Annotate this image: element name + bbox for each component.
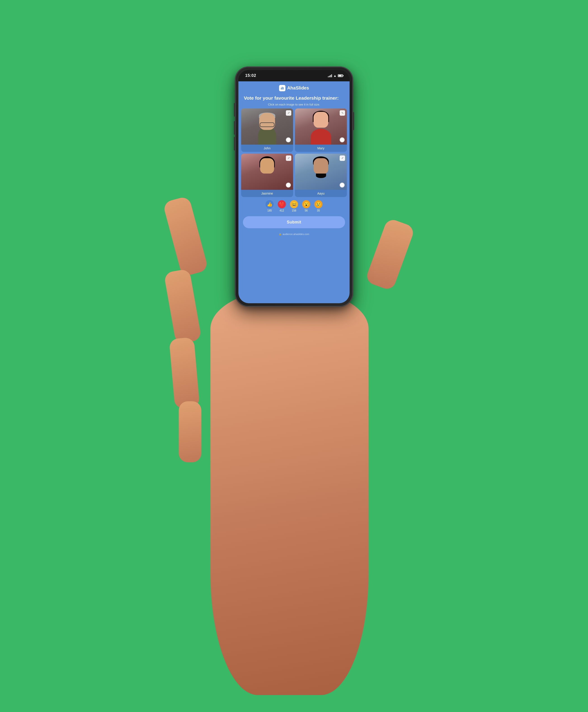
expand-john-icon[interactable]: ⤢ bbox=[286, 110, 291, 116]
expand-aayu-icon[interactable]: ⤢ bbox=[340, 155, 345, 161]
phone-notch bbox=[278, 70, 310, 76]
wifi-icon: ▲ bbox=[333, 74, 336, 78]
john-image: ⤢ bbox=[241, 108, 293, 145]
john-name: John bbox=[241, 145, 293, 152]
expand-mary-icon[interactable]: ⤡ bbox=[340, 110, 345, 116]
svg-rect-1 bbox=[282, 87, 282, 89]
mary-image: ⤡ bbox=[295, 108, 347, 145]
john-avatar bbox=[241, 108, 293, 145]
sad-count: 35 bbox=[317, 209, 320, 212]
finger-1 bbox=[163, 196, 209, 277]
scene: 15:02 ▲ bbox=[170, 40, 418, 672]
expand-jasmine-icon[interactable]: ⤢ bbox=[286, 155, 291, 161]
laugh-emoji[interactable]: 😆 bbox=[290, 200, 298, 208]
sad-emoji[interactable]: 😢 bbox=[314, 200, 322, 208]
mary-face bbox=[314, 112, 328, 128]
jasmine-image: ⤢ bbox=[241, 154, 293, 190]
wow-count: 56 bbox=[304, 209, 308, 212]
like-count: 185 bbox=[267, 209, 272, 212]
status-time: 15:02 bbox=[245, 73, 256, 78]
john-glasses bbox=[260, 123, 275, 127]
phone-screen: 15:02 ▲ bbox=[238, 70, 350, 303]
reaction-sad[interactable]: 😢 35 bbox=[314, 200, 322, 212]
laugh-count: 158 bbox=[292, 209, 296, 212]
reaction-laugh[interactable]: 😆 158 bbox=[290, 200, 298, 212]
like-emoji[interactable]: 👍 bbox=[266, 200, 274, 208]
reaction-wow[interactable]: 😮 56 bbox=[302, 200, 310, 212]
aayu-image: ⤢ bbox=[295, 154, 347, 190]
heart-emoji[interactable]: ❤️ bbox=[278, 200, 286, 208]
phone-device: 15:02 ▲ bbox=[235, 67, 353, 307]
heart-count: 412 bbox=[279, 209, 284, 212]
signal-icon bbox=[328, 74, 332, 77]
svg-rect-2 bbox=[283, 87, 284, 89]
finger-2 bbox=[164, 269, 202, 344]
jasmine-face bbox=[260, 158, 274, 173]
finger-4 bbox=[179, 401, 201, 462]
mary-body bbox=[311, 129, 331, 145]
aayu-beard bbox=[316, 173, 326, 178]
jasmine-avatar bbox=[241, 154, 293, 190]
mary-avatar bbox=[295, 108, 347, 145]
submit-button[interactable]: Submit bbox=[243, 216, 345, 228]
candidate-john[interactable]: ⤢ John bbox=[241, 108, 293, 152]
finger-3 bbox=[169, 337, 200, 409]
wow-emoji[interactable]: 😮 bbox=[302, 200, 310, 208]
lock-icon: 🔒 bbox=[279, 233, 282, 236]
ahaslides-logo bbox=[279, 85, 286, 91]
reaction-like[interactable]: 👍 185 bbox=[266, 200, 274, 212]
mary-name: Mary bbox=[295, 145, 347, 152]
reactions-bar: 👍 185 ❤️ 412 😆 158 😮 56 bbox=[238, 197, 350, 214]
candidate-jasmine[interactable]: ⤢ Jasmine bbox=[241, 154, 293, 197]
app-header: AhaSlides bbox=[238, 81, 350, 94]
jasmine-name: Jasmine bbox=[241, 190, 293, 197]
candidate-mary[interactable]: ⤡ Mary bbox=[295, 108, 347, 152]
candidates-grid: ⤢ John ⤡ bbox=[238, 108, 350, 197]
submit-area: Submit bbox=[238, 214, 350, 231]
status-icons: ▲ bbox=[328, 74, 343, 78]
app-title: AhaSlides bbox=[287, 85, 309, 91]
aayu-name: Aayu bbox=[295, 190, 347, 197]
aayu-face bbox=[314, 158, 328, 174]
app-content: AhaSlides Vote for your favourite Leader… bbox=[238, 81, 350, 303]
reaction-heart[interactable]: ❤️ 412 bbox=[278, 200, 286, 212]
john-face bbox=[259, 113, 275, 130]
aayu-avatar bbox=[295, 154, 347, 190]
candidate-aayu[interactable]: ⤢ Aayu bbox=[295, 154, 347, 197]
footer-url: 🔒audience.ahaslides.com bbox=[238, 231, 350, 238]
battery-icon bbox=[338, 74, 343, 77]
hand-palm bbox=[210, 288, 369, 695]
svg-rect-0 bbox=[281, 88, 281, 89]
poll-hint: Click on each image to see it in full si… bbox=[238, 102, 350, 108]
thumb bbox=[365, 217, 416, 291]
poll-question: Vote for your favourite Leadership train… bbox=[238, 94, 350, 102]
